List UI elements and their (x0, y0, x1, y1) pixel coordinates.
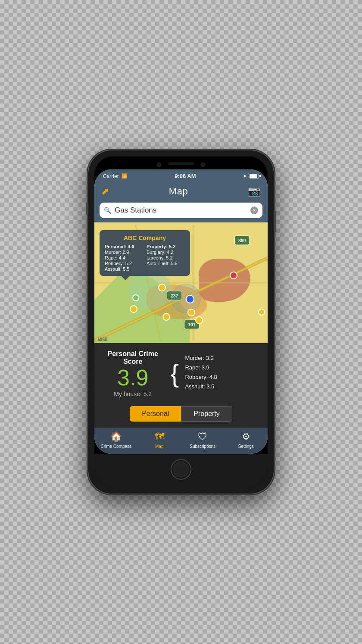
tab-home-icon: 🏠 (110, 431, 122, 442)
speaker (168, 163, 194, 165)
app-screen: Carrier 📶 9:06 AM ➤ ⬈ Map 📷 (94, 169, 268, 454)
popup-grid: Personal: 4.6 Property: 5.2 Murder: 2.9 … (105, 244, 185, 272)
status-time: 9:06 AM (175, 173, 196, 179)
property-toggle-button[interactable]: Property (181, 406, 232, 422)
search-container: 🔍 × (94, 203, 268, 222)
camera-button[interactable]: 📷 (248, 185, 261, 197)
nav-bar: ⬈ Map 📷 (94, 182, 268, 203)
nav-title: Map (169, 186, 188, 197)
search-bar: 🔍 × (100, 203, 262, 218)
score-murder: Murder: 3.2 (185, 353, 261, 363)
location-arrow-icon: ➤ (243, 173, 247, 179)
map-marker-5[interactable] (162, 313, 170, 321)
score-details: Murder: 3.2 Rape: 3.9 Robbery: 4.8 Assau… (185, 350, 261, 391)
front-camera-2 (201, 163, 205, 167)
score-left: Personal Crime Score 3.9 My house: 5.2 (101, 350, 164, 397)
score-brace: { (170, 361, 179, 387)
score-robbery: Robbery: 4.8 (185, 372, 261, 382)
tab-crime-compass[interactable]: 🏠 Crime Compass (94, 431, 138, 449)
popup-auto-theft: Auto Theft: 5.9 (147, 261, 185, 266)
popup-title: ABC Company (105, 234, 185, 241)
score-rape: Rape: 3.9 (185, 363, 261, 372)
popup-rape: Rape: 4.4 (105, 255, 143, 260)
map-marker-4[interactable] (258, 309, 265, 316)
popup-burglary: Burglary: 4.2 (147, 250, 185, 255)
phone-screen: Carrier 📶 9:06 AM ➤ ⬈ Map 📷 (94, 156, 268, 488)
battery-icon (250, 174, 259, 178)
search-clear-button[interactable]: × (250, 206, 258, 214)
map-marker-6[interactable] (187, 309, 195, 316)
popup-murder: Murder: 2.9 (105, 250, 143, 255)
map-popup[interactable]: ABC Company Personal: 4.6 Property: 5.2 … (100, 230, 190, 276)
map-marker-red[interactable] (230, 272, 237, 279)
popup-property-label: Property: 5.2 (147, 244, 185, 249)
map-marker-2[interactable] (132, 294, 139, 301)
my-house-label: My house: (114, 391, 142, 397)
score-title: Personal Crime Score (101, 350, 164, 366)
search-icon: 🔍 (104, 207, 111, 214)
score-house: My house: 5.2 (101, 391, 164, 397)
wifi-icon: 📶 (122, 173, 128, 179)
camera-icon: 📷 (248, 185, 261, 197)
tab-subscriptions-icon: 🛡 (198, 431, 207, 442)
tab-subscriptions[interactable]: 🛡 Subscriptions (181, 431, 225, 449)
search-input[interactable] (115, 206, 247, 215)
front-camera (157, 163, 161, 167)
map-marker-3[interactable] (130, 305, 137, 313)
tab-map-label: Map (155, 444, 163, 449)
home-button-area (94, 454, 268, 488)
location-button[interactable]: ⬈ (101, 186, 109, 197)
carrier-label: Carrier (103, 173, 119, 179)
phone-frame: Carrier 📶 9:06 AM ➤ ⬈ Map 📷 (88, 150, 274, 494)
popup-robbery: Robbery: 5.2 (105, 261, 143, 266)
tab-crime-compass-label: Crime Compass (100, 444, 131, 449)
battery-fill (250, 174, 257, 178)
tab-map-icon: 🗺 (155, 431, 164, 442)
popup-personal-label: Personal: 4.6 (105, 244, 143, 249)
map-marker-center[interactable] (186, 295, 194, 303)
location-arrow-icon: ⬈ (101, 186, 109, 197)
notch-area (94, 156, 268, 169)
map-region-light (129, 271, 172, 309)
map-marker-1[interactable] (158, 284, 166, 291)
home-button[interactable] (171, 459, 191, 480)
tab-subscriptions-label: Subscriptions (190, 444, 215, 449)
popup-assault: Assault: 5.5 (105, 266, 143, 272)
popup-larceny: Larceny: 5.2 (147, 255, 185, 260)
status-bar: Carrier 📶 9:06 AM ➤ (94, 169, 268, 182)
tab-settings-label: Settings (238, 444, 254, 449)
toggle-section: Personal Property (94, 403, 268, 428)
personal-toggle-button[interactable]: Personal (130, 406, 181, 422)
tab-settings[interactable]: ⚙ Settings (225, 431, 268, 449)
score-section: Personal Crime Score 3.9 My house: 5.2 {… (94, 343, 268, 403)
my-house-value: 5.2 (144, 391, 152, 397)
tab-bar: 🏠 Crime Compass 🗺 Map 🛡 Subscriptions ⚙ … (94, 428, 268, 454)
map-marker-7[interactable] (195, 316, 203, 324)
status-right: ➤ (243, 173, 259, 179)
tab-settings-icon: ⚙ (242, 431, 250, 442)
status-left: Carrier 📶 (103, 173, 128, 179)
score-assault: Assault: 3.5 (185, 382, 261, 391)
clear-icon: × (253, 207, 256, 213)
tab-map[interactable]: 🗺 Map (138, 431, 181, 449)
map-legal-link[interactable]: Legal (98, 336, 107, 341)
map-container[interactable]: 880 237 101 ABC Company Personal: 4.6 Pr… (94, 222, 268, 343)
score-number: 3.9 (101, 366, 164, 389)
